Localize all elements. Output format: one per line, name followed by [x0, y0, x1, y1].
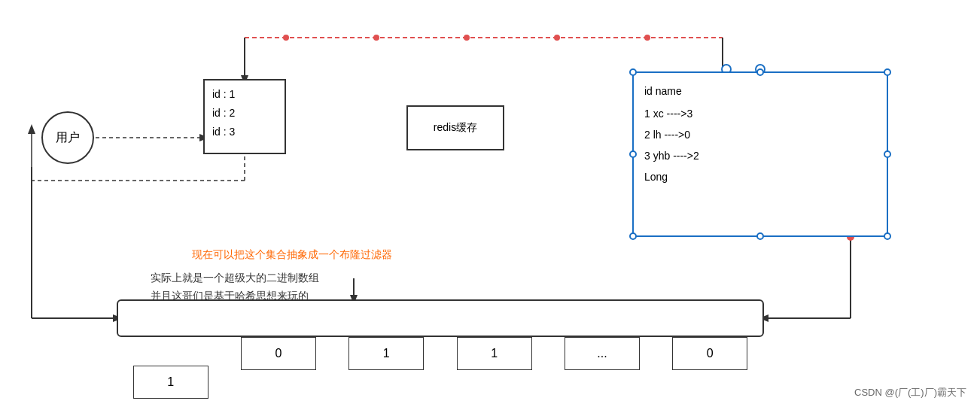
annotation-line1: 实际上就是一个超级大的二进制数组: [151, 269, 319, 287]
data-table-row-1: 1 xc ---->3: [644, 103, 876, 124]
handle-ml[interactable]: [629, 150, 637, 158]
handle-tr[interactable]: [884, 68, 891, 76]
id-row-3: id : 3: [212, 123, 277, 141]
binary-cell-2: 1: [348, 337, 424, 370]
id-row-2: id : 2: [212, 104, 277, 123]
id-row-1: id : 1: [212, 85, 277, 104]
user-circle: 用户: [41, 111, 94, 164]
data-table: id name 1 xc ---->3 2 lh ---->0 3 yhb --…: [632, 71, 888, 237]
handle-mr[interactable]: [884, 150, 891, 158]
data-table-row-2: 2 lh ---->0: [644, 124, 876, 145]
redis-box: redis缓存: [406, 105, 504, 150]
watermark: CSDN @(厂(工)厂)霸天下: [854, 386, 966, 399]
binary-cell-1: 0: [241, 337, 316, 370]
handle-bl[interactable]: [629, 232, 637, 240]
svg-point-3: [464, 35, 470, 41]
data-table-header: id name: [644, 80, 876, 102]
svg-point-5: [644, 35, 650, 41]
handle-tl[interactable]: [629, 68, 637, 76]
id-table: id : 1 id : 2 id : 3: [203, 79, 286, 154]
binary-cell-5: 0: [672, 337, 747, 370]
binary-array: [117, 299, 764, 337]
binary-cell-4: ...: [565, 337, 640, 370]
data-table-footer: Long: [644, 166, 876, 187]
svg-marker-12: [28, 124, 35, 134]
binary-cells-row: 1 0 1 1 ... 0: [117, 337, 764, 370]
canvas: 用户 id : 1 id : 2 id : 3 redis缓存 id name …: [0, 0, 980, 413]
svg-point-2: [373, 35, 379, 41]
data-table-row-3: 3 yhb ---->2: [644, 145, 876, 166]
svg-point-1: [283, 35, 289, 41]
binary-cell-3: 1: [457, 337, 532, 370]
handle-bc[interactable]: [756, 232, 764, 240]
user-label: 用户: [56, 130, 80, 146]
annotation-orange: 现在可以把这个集合抽象成一个布隆过滤器: [192, 248, 392, 262]
handle-tc[interactable]: [756, 68, 764, 76]
svg-point-4: [554, 35, 560, 41]
binary-cell-0: 1: [133, 366, 208, 399]
redis-label: redis缓存: [434, 121, 477, 135]
handle-br[interactable]: [884, 232, 891, 240]
